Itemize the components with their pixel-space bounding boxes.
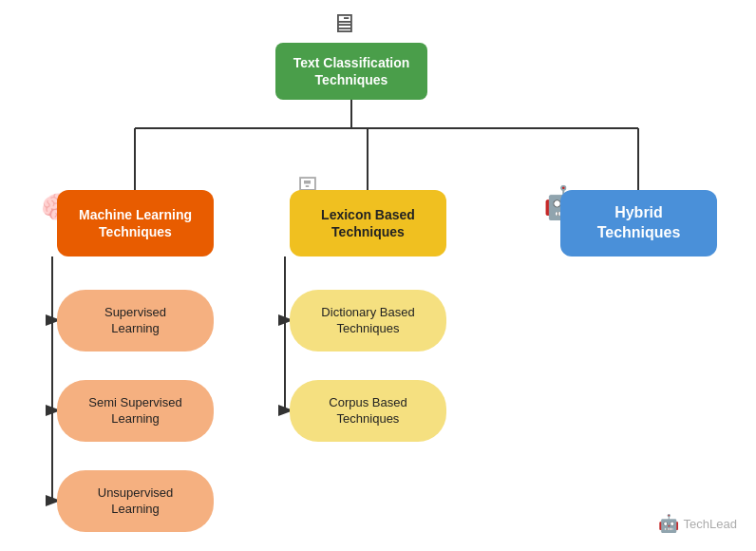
watermark-icon: 🤖 (658, 513, 679, 534)
ml-node: Machine Learning Techniques (57, 190, 214, 256)
dictionary-node: Dictionary Based Techniques (290, 290, 446, 352)
computer-icon: 🖥 (331, 8, 357, 39)
diagram-container: 🖥 Text Classification Techniques 🧠 Machi… (0, 0, 756, 551)
hybrid-node: Hybrid Techniques (560, 190, 717, 256)
root-node: Text Classification Techniques (275, 43, 427, 100)
lexicon-node: Lexicon Based Techniques (290, 190, 446, 256)
unsupervised-node: Unsupervised Learning (57, 470, 214, 532)
semi-supervised-node: Semi Supervised Learning (57, 380, 214, 442)
supervised-node: Supervised Learning (57, 290, 214, 352)
corpus-node: Corpus Based Techniques (290, 380, 446, 442)
watermark: 🤖 TechLead (658, 513, 737, 534)
watermark-text: TechLead (684, 517, 737, 531)
